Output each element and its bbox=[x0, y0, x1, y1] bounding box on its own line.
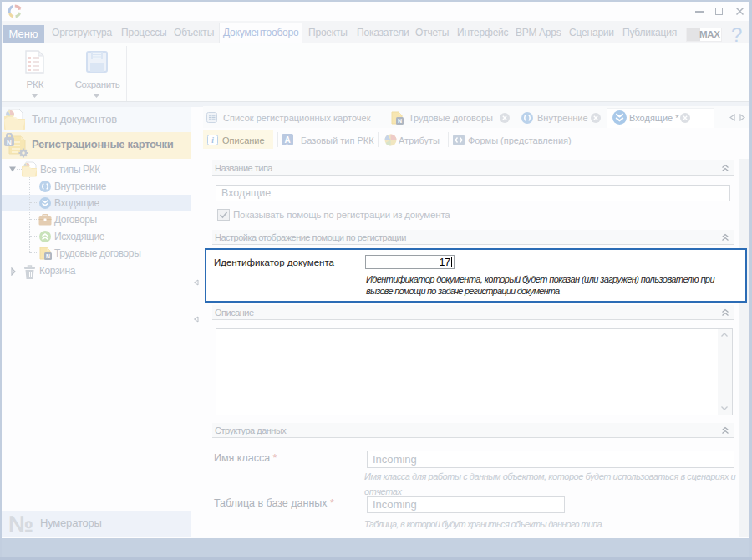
svg-text:i: i bbox=[211, 136, 214, 145]
svg-text:N: N bbox=[398, 118, 402, 124]
svg-text:N: N bbox=[7, 139, 12, 146]
svg-text:N: N bbox=[46, 253, 50, 259]
svg-text:A: A bbox=[284, 135, 290, 145]
